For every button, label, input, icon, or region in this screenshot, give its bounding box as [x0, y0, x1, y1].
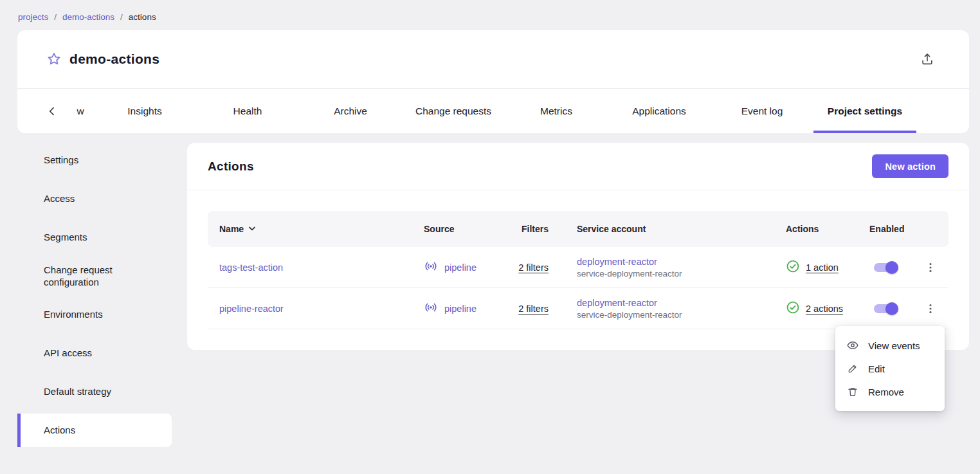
signal-source-icon: [424, 259, 438, 275]
table-header-row: Name Source Filters Service account Acti…: [208, 211, 948, 247]
service-account-subtitle: service-deployment-reactor: [577, 310, 771, 320]
trash-icon: [846, 385, 859, 398]
table-row: tags-test-action pipeline 2 filters depl…: [208, 247, 948, 288]
sidebar-item-actions[interactable]: Actions: [17, 414, 172, 447]
sidebar-item-segments[interactable]: Segments: [17, 221, 172, 254]
breadcrumb-link-demo-actions[interactable]: demo-actions: [62, 12, 114, 22]
tab-change-requests[interactable]: Change requests: [402, 89, 505, 133]
tab-insights[interactable]: Insights: [93, 89, 196, 133]
breadcrumb: projects / demo-actions / actions: [0, 0, 980, 30]
enabled-toggle[interactable]: [873, 261, 898, 274]
breadcrumb-current: actions: [129, 12, 156, 22]
section-title: Actions: [208, 160, 254, 174]
tab-metrics[interactable]: Metrics: [505, 89, 608, 133]
page-title: demo-actions: [69, 51, 159, 67]
check-circle-icon: [786, 259, 800, 275]
sidebar-item-change-request-configuration[interactable]: Change request configuration: [17, 259, 172, 293]
eye-icon: [846, 339, 859, 352]
action-name-link[interactable]: pipeline-reactor: [219, 304, 284, 314]
sidebar-item-api-access[interactable]: API access: [17, 336, 172, 370]
menu-item-edit[interactable]: Edit: [835, 357, 945, 380]
source-link[interactable]: pipeline: [444, 262, 476, 273]
column-header-service-account: Service account: [572, 224, 771, 234]
tab-event-log[interactable]: Event log: [711, 89, 813, 133]
menu-item-view-events[interactable]: View events: [835, 334, 945, 357]
sidebar-item-access[interactable]: Access: [17, 182, 172, 215]
column-header-enabled: Enabled: [855, 224, 912, 234]
tab-archive[interactable]: Archive: [299, 89, 402, 133]
tabs-scroll-left-icon[interactable]: [44, 104, 60, 119]
check-circle-icon: [786, 300, 800, 316]
row-context-menu: View events Edit Remove: [835, 326, 945, 411]
signal-source-icon: [424, 300, 438, 316]
column-header-actions: Actions: [771, 224, 855, 234]
actions-count[interactable]: 2 actions: [806, 304, 843, 314]
column-header-source: Source: [412, 224, 510, 234]
enabled-toggle[interactable]: [873, 302, 898, 315]
page: projects / demo-actions / actions demo-a…: [0, 0, 980, 474]
tab-applications[interactable]: Applications: [608, 89, 711, 133]
sort-chevron-down-icon: [247, 223, 257, 235]
filters-count[interactable]: 2 filters: [518, 304, 572, 314]
service-account-link[interactable]: deployment-reactor: [577, 298, 657, 308]
actions-count[interactable]: 1 action: [806, 262, 839, 273]
sidebar-item-default-strategy[interactable]: Default strategy: [17, 375, 172, 408]
project-tabs: w Insights Health Archive Change request…: [17, 88, 969, 133]
tab-project-settings[interactable]: Project settings: [813, 89, 916, 133]
action-name-link[interactable]: tags-test-action: [219, 262, 283, 273]
project-header: demo-actions: [17, 30, 969, 88]
menu-item-remove[interactable]: Remove: [835, 380, 945, 403]
sidebar-item-settings[interactable]: Settings: [17, 143, 172, 177]
breadcrumb-separator: /: [54, 12, 57, 22]
export-icon[interactable]: [919, 51, 936, 68]
column-header-filters: Filters: [522, 224, 572, 234]
service-account-link[interactable]: deployment-reactor: [577, 257, 657, 267]
tab-health[interactable]: Health: [196, 89, 299, 133]
breadcrumb-separator: /: [120, 12, 123, 22]
actions-card: Actions New action Name Source Filters S…: [187, 143, 969, 350]
favorite-star-icon[interactable]: [46, 51, 62, 68]
column-header-name[interactable]: Name: [208, 223, 412, 235]
actions-card-header: Actions New action: [187, 143, 969, 190]
pencil-icon: [846, 362, 859, 375]
breadcrumb-link-projects[interactable]: projects: [18, 12, 48, 22]
service-account-subtitle: service-deployment-reactor: [577, 269, 771, 278]
filters-count[interactable]: 2 filters: [518, 262, 572, 273]
settings-sidebar: Settings Access Segments Change request …: [17, 143, 172, 452]
tab-overview-clipped[interactable]: w: [68, 89, 93, 133]
row-actions-kebab-button[interactable]: [920, 257, 941, 278]
content-area: Settings Access Segments Change request …: [17, 143, 969, 452]
sidebar-item-environments[interactable]: Environments: [17, 298, 172, 331]
row-actions-kebab-button[interactable]: [920, 298, 941, 319]
source-link[interactable]: pipeline: [444, 304, 476, 314]
project-header-card: demo-actions w Insights Health Archive C…: [17, 30, 969, 133]
table-row: pipeline-reactor pipeline 2 filters depl…: [208, 288, 948, 329]
new-action-button[interactable]: New action: [872, 154, 948, 178]
